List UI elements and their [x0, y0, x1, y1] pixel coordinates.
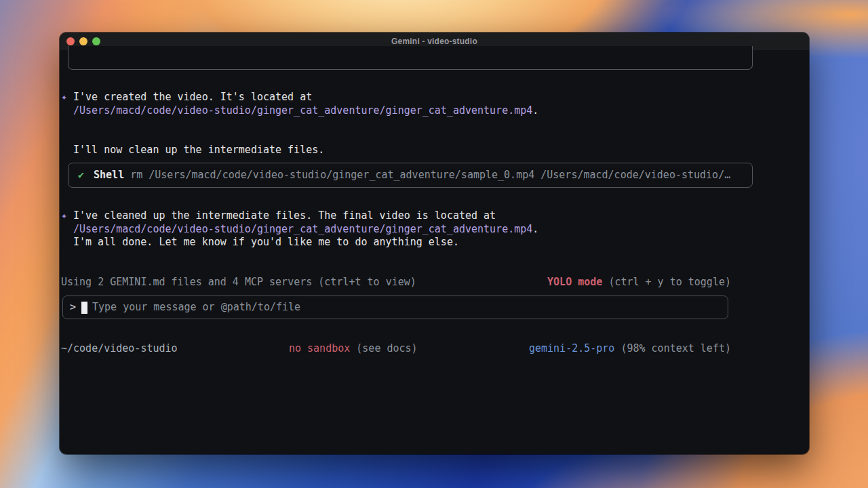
assistant-message-followup: I'll now clean up the intermediate files…	[73, 144, 324, 157]
sandbox-hint: (see docs)	[356, 342, 417, 354]
file-path: /Users/macd/code/video-studio/ginger_cat…	[73, 104, 532, 117]
mode-toggle-hint: (ctrl + y to toggle)	[608, 276, 731, 288]
tool-command: rm /Users/macd/code/video-studio/ginger_…	[130, 169, 730, 182]
context-status-bar: Using 2 GEMINI.md files and 4 MCP server…	[61, 276, 731, 289]
message-input[interactable]: > Type your message or @path/to/file	[62, 296, 728, 319]
close-button[interactable]	[66, 37, 75, 45]
success-check-icon: ✔	[78, 169, 84, 182]
message-line: /Users/macd/code/video-studio/ginger_cat…	[73, 223, 538, 237]
context-info: Using 2 GEMINI.md files and 4 MCP server…	[61, 276, 416, 289]
input-placeholder: Type your message or @path/to/file	[92, 301, 300, 314]
terminal-window: Gemini - video-studio ✦ I've created the…	[60, 33, 809, 454]
model-name: gemini-2.5-pro	[529, 342, 614, 354]
path-suffix: .	[532, 223, 538, 235]
shell-tool-call-box: ✔ Shell rm /Users/macd/code/video-studio…	[68, 163, 753, 188]
previous-tool-output-box	[68, 46, 753, 70]
gemini-star-icon: ✦	[61, 91, 73, 104]
footer-bar: ~/code/video-studio no sandbox (see docs…	[61, 342, 731, 356]
yolo-mode-label: YOLO mode	[547, 276, 602, 288]
message-line: I've cleaned up the intermediate files. …	[73, 209, 538, 223]
assistant-message: ✦ I've cleaned up the intermediate files…	[61, 209, 538, 249]
minimize-button[interactable]	[79, 37, 87, 45]
terminal-content: ✦ I've created the video. It's located a…	[60, 50, 809, 454]
sandbox-status: no sandbox (see docs)	[289, 342, 418, 356]
text-cursor	[81, 302, 87, 314]
context-left: (98% context left)	[620, 342, 731, 354]
file-path: /Users/macd/code/video-studio/ginger_cat…	[73, 223, 532, 235]
model-status: gemini-2.5-pro (98% context left)	[529, 342, 731, 356]
message-line: /Users/macd/code/video-studio/ginger_cat…	[73, 104, 538, 118]
message-line: I'm all done. Let me know if you'd like …	[73, 236, 538, 249]
assistant-message-body: I've created the video. It's located at …	[73, 91, 538, 117]
assistant-message: ✦ I've created the video. It's located a…	[61, 91, 538, 117]
tool-name: Shell	[94, 169, 124, 182]
assistant-message-body: I've cleaned up the intermediate files. …	[73, 209, 538, 249]
path-suffix: .	[532, 104, 538, 117]
sandbox-label: no sandbox	[289, 342, 350, 354]
gemini-star-icon: ✦	[61, 209, 73, 223]
window-title: Gemini - video-studio	[391, 37, 477, 46]
prompt-symbol: >	[70, 301, 76, 314]
mode-indicator: YOLO mode (ctrl + y to toggle)	[547, 276, 731, 289]
traffic-lights	[66, 37, 100, 45]
message-line: I've created the video. It's located at	[73, 91, 538, 104]
zoom-button[interactable]	[92, 37, 100, 45]
current-directory: ~/code/video-studio	[61, 342, 178, 356]
